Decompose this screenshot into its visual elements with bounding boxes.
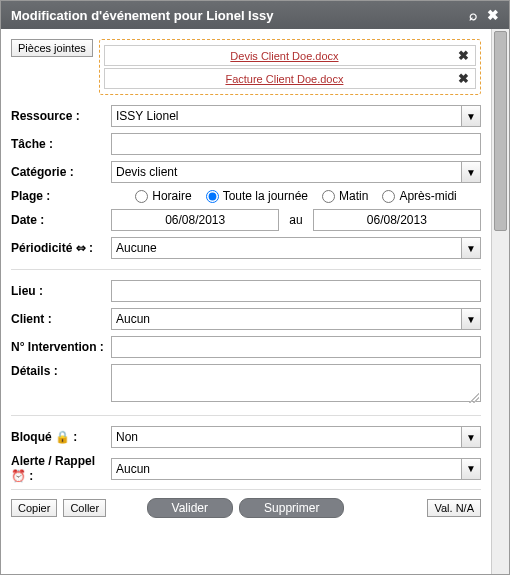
label-date: Date : — [11, 213, 111, 227]
details-textarea[interactable] — [111, 364, 481, 402]
divider — [11, 415, 481, 416]
chevron-down-icon[interactable]: ▼ — [461, 426, 481, 448]
categorie-input[interactable] — [111, 161, 461, 183]
attachment-item: Devis Client Doe.docx ✖ — [104, 45, 476, 66]
coller-button[interactable]: Coller — [63, 499, 106, 517]
periodicite-select[interactable]: ▼ — [111, 237, 481, 259]
chevron-down-icon[interactable]: ▼ — [461, 105, 481, 127]
date-end-input[interactable] — [313, 209, 481, 231]
chevron-down-icon[interactable]: ▼ — [461, 458, 481, 480]
date-start-input[interactable] — [111, 209, 279, 231]
supprimer-button[interactable]: Supprimer — [239, 498, 344, 518]
label-lieu: Lieu : — [11, 284, 111, 298]
label-intervention: N° Intervention : — [11, 340, 111, 354]
window-title: Modification d'événement pour Lionel Iss… — [11, 8, 459, 23]
titlebar: Modification d'événement pour Lionel Iss… — [1, 1, 509, 29]
tache-input[interactable] — [111, 133, 481, 155]
radio-horaire-label: Horaire — [152, 189, 191, 203]
label-plage: Plage : — [11, 189, 111, 203]
client-input[interactable] — [111, 308, 461, 330]
bloque-input[interactable] — [111, 426, 461, 448]
lieu-input[interactable] — [111, 280, 481, 302]
chevron-down-icon[interactable]: ▼ — [461, 161, 481, 183]
radio-apresmidi-label: Après-midi — [399, 189, 456, 203]
alerte-input[interactable] — [111, 458, 461, 480]
attachments-dropzone[interactable]: Devis Client Doe.docx ✖ Facture Client D… — [99, 39, 481, 95]
label-alerte: Alerte / Rappel ⏰ : — [11, 454, 111, 483]
label-categorie: Catégorie : — [11, 165, 111, 179]
label-tache: Tâche : — [11, 137, 111, 151]
periodicite-input[interactable] — [111, 237, 461, 259]
intervention-input[interactable] — [111, 336, 481, 358]
chevron-down-icon[interactable]: ▼ — [461, 237, 481, 259]
client-select[interactable]: ▼ — [111, 308, 481, 330]
copier-button[interactable]: Copier — [11, 499, 57, 517]
bloque-select[interactable]: ▼ — [111, 426, 481, 448]
scrollbar-thumb[interactable] — [494, 31, 507, 231]
valider-button[interactable]: Valider — [147, 498, 233, 518]
label-ressource: Ressource : — [11, 109, 111, 123]
radio-journee-label: Toute la journée — [223, 189, 308, 203]
radio-matin[interactable]: Matin — [322, 189, 368, 203]
attachments-button[interactable]: Pièces jointes — [11, 39, 93, 57]
radio-horaire[interactable]: Horaire — [135, 189, 191, 203]
ressource-input[interactable] — [111, 105, 461, 127]
attachment-link[interactable]: Facture Client Doe.docx — [111, 73, 458, 85]
attachment-link[interactable]: Devis Client Doe.docx — [111, 50, 458, 62]
divider — [11, 269, 481, 270]
chevron-down-icon[interactable]: ▼ — [461, 308, 481, 330]
close-icon[interactable]: ✖ — [487, 7, 499, 23]
radio-matin-label: Matin — [339, 189, 368, 203]
ressource-select[interactable]: ▼ — [111, 105, 481, 127]
radio-apresmidi-input[interactable] — [382, 190, 395, 203]
radio-matin-input[interactable] — [322, 190, 335, 203]
val-na-button[interactable]: Val. N/A — [427, 499, 481, 517]
radio-journee-input[interactable] — [206, 190, 219, 203]
remove-attachment-icon[interactable]: ✖ — [458, 71, 469, 86]
label-periodicite: Périodicité ⇔ : — [11, 241, 111, 255]
radio-journee[interactable]: Toute la journée — [206, 189, 308, 203]
alerte-select[interactable]: ▼ — [111, 458, 481, 480]
label-client: Client : — [11, 312, 111, 326]
attachment-item: Facture Client Doe.docx ✖ — [104, 68, 476, 89]
label-details: Détails : — [11, 364, 111, 378]
categorie-select[interactable]: ▼ — [111, 161, 481, 183]
radio-apresmidi[interactable]: Après-midi — [382, 189, 456, 203]
label-bloque: Bloqué 🔒 : — [11, 430, 111, 444]
radio-horaire-input[interactable] — [135, 190, 148, 203]
scrollbar[interactable] — [491, 29, 509, 574]
label-date-au: au — [289, 213, 302, 227]
remove-attachment-icon[interactable]: ✖ — [458, 48, 469, 63]
search-icon[interactable]: ⌕ — [469, 7, 477, 23]
